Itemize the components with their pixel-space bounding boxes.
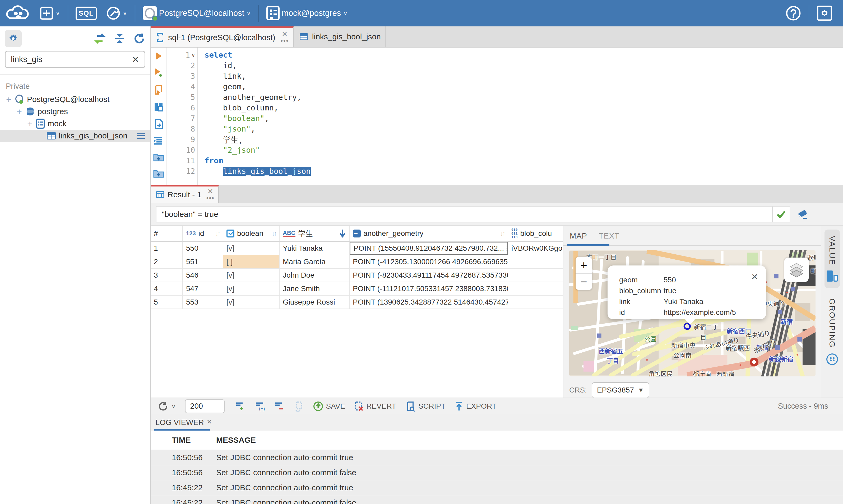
boolean-cell[interactable]: [v]	[223, 295, 280, 308]
fold-chevron-icon[interactable]: ∨	[192, 52, 195, 58]
tree-item-table-selected[interactable]: links_gis_bool_json	[0, 130, 150, 142]
blob-cell[interactable]	[508, 282, 563, 295]
student-cell[interactable]: Yuki Tanaka	[280, 242, 350, 255]
blob-cell[interactable]	[508, 295, 563, 308]
geometry-cell[interactable]: POINT (1390625.3428877322 5146430.457427…	[350, 295, 508, 308]
execute-script-button[interactable]	[154, 85, 163, 95]
execute-query-button[interactable]	[154, 51, 163, 61]
id-cell[interactable]: 551	[183, 255, 223, 268]
clear-filter-button[interactable]	[797, 209, 808, 219]
blob-cell[interactable]: iVBORw0KGgo	[508, 242, 563, 255]
save-button[interactable]: SAVE	[313, 401, 346, 412]
clear-search-icon[interactable]: ✕	[132, 54, 140, 65]
id-cell[interactable]: 553	[183, 295, 223, 308]
header-another-geometry[interactable]: another_geometry ↓↑	[350, 226, 508, 241]
code-area[interactable]: select id, link, geom, another_geometry,…	[198, 48, 843, 185]
boolean-cell[interactable]: [v]	[223, 282, 280, 295]
row-number-cell[interactable]: 5	[151, 295, 183, 308]
gis-map[interactable]: 本町一丁目 新宿警察 歌舞 町 新宿西口 新宿駅西 新宿 新線新宿 新宿 中央通…	[569, 250, 815, 376]
blob-cell[interactable]	[508, 255, 563, 268]
tab-sql-editor[interactable]: sql-1 (PostgreSQL@localhost) ✕•••	[151, 26, 294, 47]
tab-menu-icon[interactable]: •••	[206, 195, 214, 201]
help-button[interactable]	[780, 5, 806, 21]
script-button[interactable]: SCRIPT	[405, 401, 445, 412]
sort-desc-icon[interactable]	[339, 229, 346, 238]
close-icon[interactable]: ✕	[208, 188, 213, 195]
sort-icon[interactable]: ↓↑	[272, 230, 276, 237]
tree-item-schema[interactable]: + mock	[0, 118, 150, 130]
load-script-button[interactable]	[153, 152, 164, 162]
apply-filter-button[interactable]	[772, 206, 790, 222]
row-number-cell[interactable]: 2	[151, 255, 183, 268]
header-blob-column[interactable]: 010011110 blob_colu	[508, 226, 563, 241]
revert-button[interactable]: REVERT	[354, 401, 396, 412]
tab-text[interactable]: TEXT	[599, 232, 619, 240]
tab-log-viewer[interactable]: LOG VIEWER ✕	[155, 415, 215, 431]
explain-plan-button[interactable]	[154, 102, 163, 112]
schema-selector[interactable]: mock@postgres ∨	[262, 0, 353, 26]
fetch-size-input[interactable]	[185, 399, 225, 413]
duplicate-row-button[interactable]: (+)	[255, 401, 265, 411]
tab-result-1[interactable]: Result - 1 ✕•••	[151, 185, 219, 203]
tab-value-panel[interactable]: VALUE	[825, 230, 840, 288]
search-input[interactable]	[11, 55, 132, 64]
tree-item-database[interactable]: + postgres	[0, 105, 150, 118]
boolean-cell-null[interactable]: [ ]	[223, 255, 280, 268]
row-number-cell[interactable]: 4	[151, 282, 183, 295]
log-row[interactable]: 16:45:22Set JDBC connection auto-commit …	[151, 481, 843, 495]
refresh-button[interactable]	[133, 33, 145, 44]
geometry-cell[interactable]: POINT (-412305.1300001266 4926696.669635…	[350, 255, 508, 268]
tools-menu-button[interactable]: ∨	[102, 0, 132, 26]
row-number-cell[interactable]: 1	[151, 242, 183, 255]
sync-with-editor-button[interactable]	[93, 33, 106, 44]
header-id[interactable]: 123 id ↓↑	[183, 226, 223, 241]
geometry-cell-selected[interactable]: POINT (15550408.912046732 4257980.732...	[350, 242, 508, 255]
save-script-button[interactable]	[153, 168, 164, 178]
id-cell[interactable]: 547	[183, 282, 223, 295]
crs-select[interactable]: EPSG3857 ▼	[592, 382, 649, 398]
expand-icon[interactable]: +	[25, 119, 34, 129]
header-student[interactable]: ABC 学生	[280, 226, 350, 241]
close-icon[interactable]: ✕	[207, 418, 212, 426]
header-boolean[interactable]: boolean ↓↑	[223, 226, 280, 241]
map-layers-button[interactable]	[784, 257, 809, 282]
tab-grouping-panel[interactable]: GROUPING	[824, 292, 840, 371]
sort-icon[interactable]: ↓↑	[215, 230, 219, 237]
tab-table-viewer[interactable]: links_gis_bool_json	[294, 26, 386, 47]
tab-map[interactable]: MAP	[570, 232, 587, 240]
export-button[interactable]: EXPORT	[455, 401, 496, 412]
id-cell[interactable]: 550	[183, 242, 223, 255]
student-cell[interactable]: Giuseppe Rossi	[280, 295, 350, 308]
connection-selector[interactable]: PostgreSQL@localhost ∨	[138, 0, 256, 26]
expand-icon[interactable]: +	[15, 106, 24, 117]
navigator-settings-button[interactable]	[5, 30, 22, 47]
zoom-out-button[interactable]: −	[576, 273, 592, 290]
sort-icon[interactable]: ↓↑	[500, 230, 505, 237]
boolean-cell[interactable]: [v]	[223, 242, 280, 255]
row-number-cell[interactable]: 3	[151, 269, 183, 282]
refresh-results-button[interactable]: ∨	[158, 401, 176, 412]
execution-log-button[interactable]	[153, 136, 164, 145]
header-row-number[interactable]: #	[151, 226, 183, 241]
boolean-cell[interactable]: [v]	[223, 269, 280, 282]
student-cell[interactable]: Jane Smith	[280, 282, 350, 295]
zoom-in-button[interactable]: +	[576, 257, 592, 273]
geometry-cell[interactable]: POINT (-8230433.491117454 4972687.535733…	[350, 269, 508, 282]
filter-input[interactable]: "boolean" = true	[156, 210, 772, 219]
new-sql-editor-button[interactable]: SQL	[71, 0, 102, 26]
close-icon[interactable]: ✕	[282, 31, 287, 37]
student-cell[interactable]: Maria García	[280, 255, 350, 268]
new-connection-button[interactable]: ∨	[35, 0, 65, 26]
close-icon[interactable]: ✕	[751, 272, 758, 282]
settings-button[interactable]	[812, 5, 843, 21]
log-row[interactable]: 16:50:56Set JDBC connection auto-commit …	[151, 450, 843, 465]
tab-menu-icon[interactable]: •••	[281, 37, 289, 44]
collapse-all-button[interactable]	[113, 33, 126, 44]
expand-icon[interactable]: +	[4, 94, 13, 105]
log-row[interactable]: 16:50:56Set JDBC connection auto-commit …	[151, 465, 843, 480]
item-menu-icon[interactable]	[137, 131, 145, 140]
execute-new-tab-button[interactable]	[153, 68, 164, 78]
add-row-button[interactable]	[235, 401, 246, 411]
export-query-results-button[interactable]	[154, 119, 163, 129]
log-row[interactable]: 16:45:22Set JDBC connection auto-commit …	[151, 496, 843, 504]
